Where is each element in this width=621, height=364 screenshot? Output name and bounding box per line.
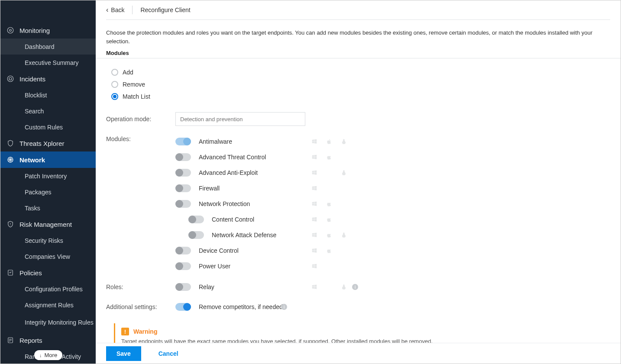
module-network-protection: Network Protection — [175, 196, 610, 212]
nav-item-config-profiles[interactable]: Configuration Profiles — [0, 281, 96, 297]
cancel-button[interactable]: Cancel — [158, 350, 178, 357]
toggle-device-control[interactable] — [175, 247, 191, 254]
radio-icon-checked — [111, 93, 118, 100]
network-icon — [6, 156, 14, 164]
module-firewall: Firewall — [175, 180, 610, 196]
chevron-left-icon: ‹ — [106, 6, 108, 14]
role-relay: Relay i — [175, 279, 610, 295]
linux-icon — [341, 170, 347, 176]
nav-item-assignment-rules[interactable]: Assignment Rules — [0, 297, 96, 313]
risk-icon — [6, 220, 14, 228]
nav-group-reports[interactable]: Reports — [0, 332, 96, 348]
nav-group-network[interactable]: Network — [0, 151, 96, 168]
nav-item-search[interactable]: Search — [0, 103, 96, 119]
toggle-nad[interactable] — [188, 231, 204, 239]
monitoring-icon — [6, 26, 14, 34]
linux-icon — [341, 232, 347, 238]
radio-icon — [111, 81, 118, 88]
policies-icon — [6, 269, 14, 277]
intro-text: Choose the protection modules and roles … — [106, 29, 610, 45]
arrow-down-icon: ↓ — [39, 353, 42, 358]
toggle-remove-competitors[interactable] — [175, 303, 191, 311]
additional-settings-label: Additional settings: — [106, 303, 175, 310]
nav-item-dashboard[interactable]: Dashboard — [0, 39, 96, 55]
nav-group-label: Policies — [19, 269, 42, 277]
setting-remove-competitors: Remove competitors, if needed i — [175, 299, 610, 315]
radio-remove[interactable]: Remove — [111, 78, 610, 90]
info-icon[interactable]: i — [352, 284, 358, 290]
warning-title: Warning — [133, 328, 157, 335]
apple-icon — [326, 139, 332, 145]
nav-group-incidents[interactable]: Incidents — [0, 71, 96, 87]
svg-point-1 — [10, 29, 12, 32]
nav-group-label: Reports — [19, 337, 42, 344]
apple-icon — [326, 232, 332, 238]
nav-group-label: Threats Xplorer — [19, 140, 64, 147]
operation-mode-row: Operation mode: — [106, 112, 610, 126]
nav-item-blocklist[interactable]: Blocklist — [0, 87, 96, 103]
module-antimalware: Antimalware — [175, 134, 610, 149]
toggle-power-user[interactable] — [175, 262, 191, 270]
nav-group-policies[interactable]: Policies — [0, 264, 96, 281]
nav-item-patch-inventory[interactable]: Patch Inventory — [0, 168, 96, 184]
roles-label: Roles: — [106, 283, 175, 290]
nav-group-monitoring[interactable]: Monitoring — [0, 22, 96, 39]
additional-settings-row: Additional settings: Remove competitors,… — [106, 299, 610, 315]
nav-group-label: Incidents — [19, 75, 45, 83]
toggle-network-protection[interactable] — [175, 200, 191, 208]
apple-icon — [326, 154, 332, 160]
incidents-icon — [6, 75, 14, 83]
topbar-divider — [132, 6, 133, 14]
nav-group-threats[interactable]: Threats Xplorer — [0, 135, 96, 151]
sidebar-spacer — [0, 0, 96, 22]
toggle-atc[interactable] — [175, 153, 191, 161]
svg-point-2 — [7, 76, 13, 82]
windows-icon — [311, 248, 317, 254]
svg-point-0 — [7, 27, 13, 33]
nav-item-tasks[interactable]: Tasks — [0, 200, 96, 216]
apple-icon — [326, 248, 332, 254]
back-button[interactable]: ‹ Back — [106, 6, 124, 14]
topbar: ‹ Back Reconfigure Client — [96, 0, 621, 19]
windows-icon — [311, 185, 317, 191]
nav-item-integrity-rules[interactable]: Integrity Monitoring Rules — [0, 313, 96, 332]
roles-row: Roles: Relay i — [106, 279, 610, 295]
windows-icon — [311, 154, 317, 160]
module-aae: Advanced Anti-Exploit — [175, 165, 610, 180]
apple-icon — [326, 201, 332, 207]
module-power-user: Power User — [175, 258, 610, 274]
radio-add[interactable]: Add — [111, 66, 610, 78]
modules-mode-radio-group: Add Remove Match List — [111, 66, 610, 103]
module-device-control: Device Control — [175, 243, 610, 258]
shield-icon — [6, 139, 14, 147]
toggle-antimalware[interactable] — [175, 138, 191, 145]
toggle-aae[interactable] — [175, 169, 191, 177]
nav-group-risk[interactable]: Risk Management — [0, 216, 96, 232]
reports-icon — [6, 336, 14, 344]
footer-bar: Save Cancel — [96, 343, 621, 364]
operation-mode-input[interactable] — [175, 112, 305, 126]
radio-match-list[interactable]: Match List — [111, 90, 610, 103]
nav-item-executive-summary[interactable]: Executive Summary — [0, 55, 96, 71]
linux-icon — [341, 284, 347, 290]
info-icon[interactable]: i — [281, 304, 287, 310]
section-divider — [96, 58, 621, 58]
nav-group-label: Risk Management — [19, 221, 72, 228]
modules-label: Modules: — [106, 135, 175, 142]
svg-point-3 — [9, 77, 12, 80]
apple-icon — [326, 216, 332, 222]
nav-item-packages[interactable]: Packages — [0, 184, 96, 200]
toggle-firewall[interactable] — [175, 184, 191, 192]
sidebar: Monitoring Dashboard Executive Summary I… — [0, 0, 96, 364]
nav-item-custom-rules[interactable]: Custom Rules — [0, 119, 96, 135]
module-content-control: Content Control — [175, 212, 610, 227]
nav-item-companies-view[interactable]: Companies View — [0, 248, 96, 264]
save-button[interactable]: Save — [106, 346, 141, 361]
module-network-attack-defense: Network Attack Defense — [175, 227, 610, 243]
more-button[interactable]: ↓ More — [34, 350, 62, 360]
content: Choose the protection modules and roles … — [96, 20, 621, 364]
toggle-relay[interactable] — [175, 283, 191, 291]
page-title: Reconfigure Client — [140, 6, 190, 13]
toggle-content-control[interactable] — [188, 216, 204, 223]
nav-item-security-risks[interactable]: Security Risks — [0, 232, 96, 248]
